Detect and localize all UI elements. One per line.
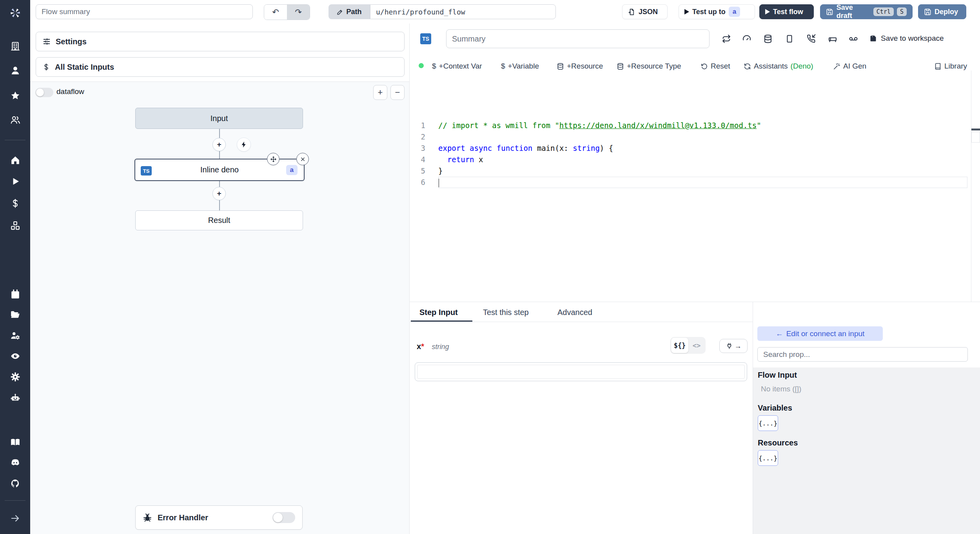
expr-mode-button[interactable]: ${}	[671, 338, 688, 353]
users-group-icon[interactable]	[0, 115, 30, 125]
variables-dollar-icon[interactable]	[0, 198, 30, 208]
text-cursor	[438, 179, 439, 187]
dollar-icon: $	[501, 62, 505, 71]
groups-users-cog-icon[interactable]	[0, 330, 30, 340]
assistants-label: Assistants	[754, 62, 788, 71]
json-button[interactable]: JSON	[622, 4, 668, 19]
sliders-icon	[42, 37, 51, 46]
voicemail-icon[interactable]	[849, 34, 858, 43]
tab-advanced[interactable]: Advanced	[557, 308, 592, 317]
github-icon[interactable]	[0, 478, 30, 489]
redo-button[interactable]: ↷	[287, 5, 310, 20]
error-handler-toggle[interactable]	[272, 512, 295, 523]
favorites-star-icon[interactable]	[0, 91, 30, 101]
search-prop-input[interactable]	[757, 347, 968, 362]
test-up-to-button[interactable]: Test up to a	[679, 4, 755, 19]
expand-arrow-right-icon[interactable]	[0, 513, 30, 523]
save-to-workspace-label: Save to workspace	[881, 34, 944, 43]
flow-summary-input[interactable]	[36, 4, 253, 19]
code-line[interactable]: return x	[438, 154, 967, 165]
code-editor[interactable]: 123456 // import * as wmill from "https:…	[410, 71, 980, 302]
flow-input-title: Flow Input	[758, 371, 797, 380]
edit-or-connect-button[interactable]: ← Edit or connect an input	[757, 326, 883, 341]
code-line[interactable]	[438, 177, 967, 188]
database-icon[interactable]	[763, 34, 773, 43]
test-flow-button[interactable]: Test flow	[759, 4, 814, 19]
home-icon[interactable]	[0, 155, 30, 165]
scrollbar-thumb[interactable]	[971, 132, 980, 143]
flow-node-inline-deno[interactable]: TS Inline deno a	[134, 159, 305, 181]
add-step-button[interactable]: +	[212, 187, 226, 200]
dataflow-toggle[interactable]	[35, 88, 53, 97]
schedules-calendar-icon[interactable]	[0, 289, 30, 299]
rectangle-icon[interactable]	[785, 34, 794, 43]
add-step-button[interactable]: +	[212, 138, 226, 151]
trigger-bolt-button[interactable]	[237, 138, 251, 152]
discord-icon[interactable]	[0, 458, 30, 468]
save-draft-button[interactable]: Save draft Ctrl S	[820, 4, 913, 19]
add-resource-button[interactable]: +Resource	[557, 61, 603, 72]
kbd-s: S	[897, 7, 907, 16]
add-resource-type-button[interactable]: +Resource Type	[617, 61, 681, 72]
phone-incoming-icon[interactable]	[806, 34, 816, 43]
code-line[interactable]: // import * as wmill from "https://deno.…	[438, 120, 967, 131]
path-label: Path	[346, 8, 361, 16]
runs-play-icon[interactable]	[0, 176, 30, 186]
bed-icon[interactable]	[828, 34, 837, 43]
add-context-var-button[interactable]: $ +Context Var	[432, 61, 482, 72]
ai-gen-button[interactable]: AI Gen	[833, 61, 866, 72]
code-mode-button[interactable]: <>	[688, 342, 705, 349]
library-button[interactable]: Library	[934, 61, 967, 72]
undo-redo-group: ↶ ↷	[264, 4, 310, 20]
settings-gear-icon[interactable]	[0, 372, 30, 382]
variables-chip-button[interactable]: {...}	[758, 415, 778, 431]
scrollbar-cursor-mark	[971, 129, 980, 130]
audit-eye-icon[interactable]	[0, 351, 30, 361]
redo-icon: ↷	[295, 7, 302, 17]
flow-settings-button[interactable]: Settings	[36, 32, 405, 51]
all-static-inputs-button[interactable]: All Static Inputs	[36, 57, 405, 77]
delete-step-button[interactable]	[296, 153, 309, 165]
folders-icon[interactable]	[0, 310, 30, 320]
robot-icon[interactable]	[0, 393, 30, 403]
zoom-out-button[interactable]: −	[390, 85, 405, 100]
tab-step-input[interactable]: Step Input	[419, 308, 458, 317]
repeat-icon[interactable]	[722, 34, 731, 43]
workspace-building-icon[interactable]	[0, 41, 30, 51]
resources-chip-button[interactable]: {...}	[758, 450, 778, 466]
reset-button[interactable]: Reset	[701, 61, 730, 72]
flow-node-result[interactable]: Result	[135, 210, 303, 230]
summary-input[interactable]	[446, 29, 710, 48]
connect-input-button[interactable]: →	[719, 339, 748, 353]
field-value-input[interactable]	[417, 365, 745, 379]
ai-gen-label: AI Gen	[843, 62, 866, 71]
user-icon[interactable]	[0, 65, 30, 76]
dollar-icon: $	[432, 62, 436, 71]
line-number: 4	[410, 154, 432, 165]
database-icon	[557, 63, 564, 70]
deploy-button[interactable]: Deploy	[918, 4, 966, 19]
zoom-in-button[interactable]: +	[373, 85, 387, 100]
input-mode-toggle: ${} <>	[670, 337, 706, 354]
path-chip[interactable]: Path	[328, 4, 370, 19]
docs-book-icon[interactable]	[0, 437, 30, 447]
add-context-var-label: +Context Var	[439, 62, 482, 71]
gauge-icon[interactable]	[742, 34, 751, 43]
windmill-logo-icon[interactable]	[0, 6, 30, 20]
step-node-label: Inline deno	[200, 165, 239, 174]
tab-test-this-step[interactable]: Test this step	[483, 308, 529, 317]
undo-button[interactable]: ↶	[264, 5, 287, 20]
code-line[interactable]: }	[438, 165, 967, 177]
resources-boxes-icon[interactable]	[0, 221, 30, 231]
error-handler-row[interactable]: Error Handler	[135, 505, 303, 530]
save-to-workspace-button[interactable]: Save to workspace	[869, 34, 944, 43]
move-step-button[interactable]	[267, 153, 279, 165]
code-line[interactable]: export async function main(x: string) {	[438, 143, 967, 154]
wand-icon	[833, 63, 840, 70]
path-input[interactable]	[370, 4, 556, 19]
status-dot	[419, 63, 424, 68]
add-variable-button[interactable]: $ +Variable	[501, 61, 539, 72]
code-line[interactable]	[438, 131, 967, 143]
flow-node-input[interactable]: Input	[135, 108, 303, 129]
assistants-button[interactable]: Assistants (Deno)	[744, 61, 813, 72]
